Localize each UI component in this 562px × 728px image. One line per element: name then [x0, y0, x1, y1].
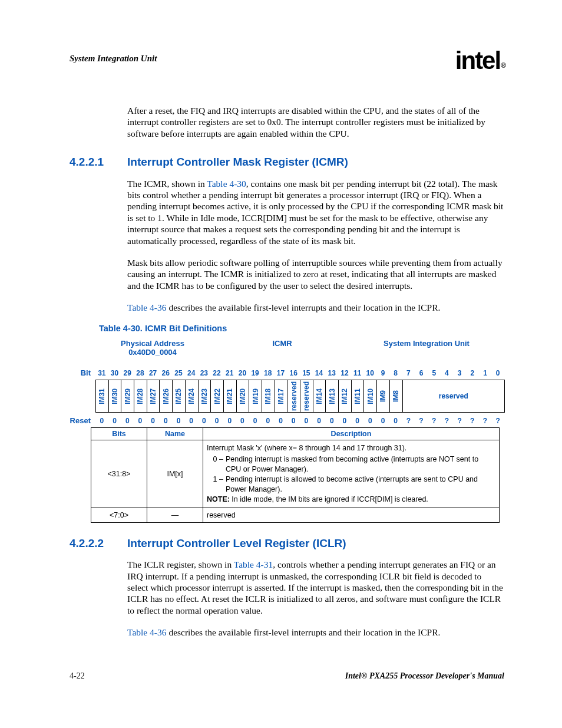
bit-number: 12	[338, 369, 351, 377]
bit-field: IM19	[249, 380, 262, 412]
section-number: 4.2.2.2	[70, 537, 127, 550]
table-4-30-link[interactable]: Table 4-30	[207, 179, 246, 189]
bit-number: 19	[249, 369, 262, 377]
bit-field: reserved	[402, 380, 505, 412]
reset-value: ?	[415, 417, 428, 425]
bit-label: Bit	[70, 368, 95, 377]
bit-field: IM18	[262, 380, 275, 412]
reg-name-header: ICMR	[217, 339, 347, 357]
bit-number: 9	[376, 369, 389, 377]
bit-number: 25	[172, 369, 185, 377]
bit-field: IM12	[338, 380, 351, 412]
bit-description-table: Bits Name Description <31:8> IM[x] Inter…	[91, 427, 500, 522]
reset-value: 0	[198, 417, 211, 425]
bit-number: 6	[415, 369, 428, 377]
section-title: Interrupt Controller Level Register (ICL…	[127, 537, 346, 550]
bit-field: IM10	[363, 380, 376, 412]
bit-field: IM13	[325, 380, 338, 412]
bit-number: 7	[402, 369, 415, 377]
page-number: 4-22	[70, 671, 85, 681]
bit-number: 16	[287, 369, 300, 377]
bit-field: IM27	[147, 380, 160, 412]
bit-number: 27	[147, 369, 160, 377]
reset-value: ?	[453, 417, 466, 425]
table-4-36-link[interactable]: Table 4-36	[127, 302, 167, 312]
bit-field: IM25	[172, 380, 185, 412]
bit-field: IM9	[376, 380, 389, 412]
bit-number: 26	[159, 369, 172, 377]
table-4-30-caption: Table 4-30. ICMR Bit Definitions	[99, 324, 504, 333]
bit-field: IM22	[210, 380, 223, 412]
bit-field: IM14	[313, 380, 326, 412]
bit-number: 23	[198, 369, 211, 377]
bit-number: 24	[185, 369, 198, 377]
reset-value: ?	[466, 417, 479, 425]
reset-value: 0	[287, 417, 300, 425]
reset-value: 0	[363, 417, 376, 425]
reset-value: 0	[95, 417, 108, 425]
bit-number: 10	[363, 369, 376, 377]
unit-header: System Integration Unit	[350, 339, 503, 357]
bit-field: IM31	[95, 380, 108, 412]
table-4-36-link[interactable]: Table 4-36	[127, 627, 167, 637]
reset-value: 0	[134, 417, 147, 425]
bit-field: IM24	[185, 380, 198, 412]
bit-number: 8	[389, 369, 402, 377]
reset-value: 0	[210, 417, 223, 425]
bit-number: 15	[300, 369, 313, 377]
bit-number: 31	[95, 369, 108, 377]
section-number: 4.2.2.1	[70, 156, 127, 169]
reset-value: 0	[185, 417, 198, 425]
table-row: <7:0> — reserved	[91, 508, 500, 522]
bit-field: IM30	[108, 380, 121, 412]
intel-logo: intel®	[455, 47, 504, 75]
manual-title: Intel® PXA255 Processor Developer's Manu…	[345, 671, 504, 681]
reset-label: Reset	[70, 416, 95, 425]
table-4-31-link[interactable]: Table 4-31	[234, 559, 273, 569]
hdr-bits: Bits	[91, 428, 147, 440]
bit-number: 0	[491, 369, 504, 377]
sec2-p2: Table 4-36 describes the available first…	[127, 627, 504, 638]
reset-value: 0	[275, 417, 287, 425]
bit-field: IM29	[121, 380, 134, 412]
bit-number: 14	[313, 369, 326, 377]
reset-value: 0	[351, 417, 364, 425]
bit-number: 5	[428, 369, 441, 377]
reset-value: ?	[402, 417, 415, 425]
bit-number: 3	[453, 369, 466, 377]
reset-value: ?	[491, 417, 504, 425]
bit-field: IM17	[275, 380, 287, 412]
bit-field: IM23	[198, 380, 211, 412]
bit-field: reserved	[287, 380, 300, 412]
bit-number: 4	[441, 369, 454, 377]
reset-value: 0	[262, 417, 275, 425]
bit-number: 18	[262, 369, 275, 377]
running-head: System Integration Unit	[70, 54, 157, 64]
bit-field: IM11	[351, 380, 364, 412]
bit-number: 1	[479, 369, 492, 377]
bit-number: 29	[121, 369, 134, 377]
reset-value: 0	[121, 417, 134, 425]
bit-field: IM8	[389, 380, 402, 412]
reset-value: 0	[389, 417, 402, 425]
bit-number: 30	[108, 369, 121, 377]
reset-value: ?	[441, 417, 454, 425]
sec1-p2: Mask bits allow periodic software pollin…	[127, 257, 504, 291]
bit-number: 21	[223, 369, 236, 377]
reset-value: 0	[236, 417, 249, 425]
hdr-desc: Description	[203, 428, 500, 440]
reset-value: 0	[159, 417, 172, 425]
hdr-name: Name	[147, 428, 203, 440]
phys-addr-header: Physical Address 0x40D0_0004	[91, 339, 214, 357]
bit-field: reserved	[300, 380, 313, 412]
section-title: Interrupt Controller Mask Register (ICMR…	[127, 156, 348, 169]
table-row: <31:8> IM[x] Interrupt Mask 'x' (where x…	[91, 440, 500, 508]
reset-value: 0	[325, 417, 338, 425]
bit-field: IM28	[134, 380, 147, 412]
bit-number: 28	[134, 369, 147, 377]
reset-value: 0	[376, 417, 389, 425]
bit-number: 20	[236, 369, 249, 377]
bit-field: IM26	[159, 380, 172, 412]
sec1-p1: The ICMR, shown in Table 4-30, contains …	[127, 178, 504, 246]
reset-value: 0	[172, 417, 185, 425]
